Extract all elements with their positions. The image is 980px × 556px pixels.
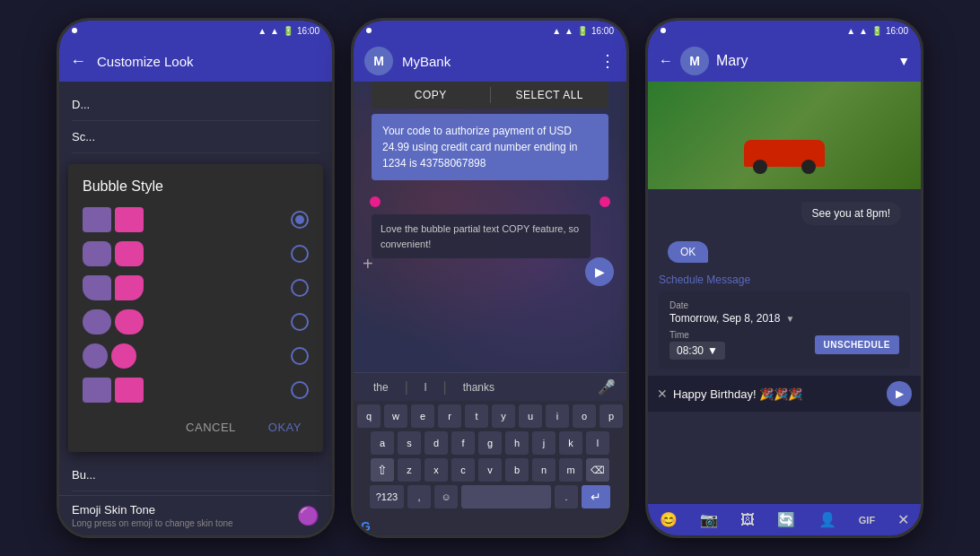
key-q[interactable]: q: [357, 404, 381, 428]
key-123[interactable]: ?123: [370, 485, 404, 508]
key-delete[interactable]: ⌫: [586, 458, 609, 482]
bubble-right-4: [115, 309, 144, 334]
settings-item-sc: Sc...: [72, 121, 319, 153]
date-dropdown-icon[interactable]: ▼: [785, 314, 794, 324]
time-label-text: Time: [669, 330, 725, 340]
gif-toolbar-icon[interactable]: GIF: [859, 515, 875, 526]
key-e[interactable]: e: [411, 404, 434, 428]
key-d[interactable]: d: [424, 431, 448, 455]
compose-x-button[interactable]: ✕: [657, 387, 668, 401]
emoji-skin-section: Emoji Skin Tone Long press on emoji to c…: [72, 503, 290, 528]
bubble-row-5[interactable]: [83, 343, 309, 369]
key-period[interactable]: .: [555, 485, 578, 508]
ok-bubble: OK: [668, 241, 708, 263]
key-i[interactable]: i: [546, 404, 569, 428]
select-all-button[interactable]: SELECT ALL: [491, 82, 609, 109]
copy-button[interactable]: COPY: [372, 82, 490, 109]
bubble-row-2[interactable]: [83, 241, 309, 266]
bubble-pair-5: [83, 343, 291, 369]
bubble-left-1: [83, 207, 111, 232]
back-button-1[interactable]: ←: [70, 52, 86, 71]
unschedule-button[interactable]: UNSCHEDULE: [815, 335, 899, 354]
time-value: 08:30: [677, 344, 704, 357]
key-comma[interactable]: ,: [407, 485, 431, 508]
key-o[interactable]: o: [573, 404, 596, 428]
close-toolbar-icon[interactable]: ✕: [897, 511, 909, 528]
compose-text[interactable]: Happy Birthday! 🎉🎉🎉: [673, 387, 881, 401]
more-menu-icon[interactable]: ⋮: [599, 51, 616, 71]
wifi-icon-2: ▲: [552, 26, 561, 36]
key-x[interactable]: x: [424, 458, 448, 482]
key-k[interactable]: k: [559, 431, 582, 455]
send-button-2[interactable]: ▶: [585, 257, 614, 286]
time-input[interactable]: 08:30 ▼: [669, 342, 725, 360]
key-t[interactable]: t: [465, 404, 488, 428]
camera-toolbar-icon[interactable]: 📷: [700, 511, 718, 528]
key-emoji[interactable]: ☺: [434, 485, 458, 508]
key-m[interactable]: m: [559, 458, 582, 482]
key-enter[interactable]: ↵: [582, 485, 610, 508]
bubble-row-1[interactable]: [83, 207, 309, 232]
bubble-left-5: [83, 343, 108, 369]
emoji-toolbar-icon[interactable]: 😊: [660, 511, 678, 528]
bank-name: MyBank: [402, 54, 599, 69]
bank-avatar: M: [364, 47, 393, 75]
radio-3[interactable]: [291, 279, 309, 297]
radio-6[interactable]: [291, 381, 309, 399]
key-space[interactable]: [461, 485, 551, 508]
status-bar-1: ▲ ▲ 🔋 16:00: [59, 21, 332, 40]
key-f[interactable]: f: [451, 431, 475, 455]
key-s[interactable]: s: [398, 431, 421, 455]
wheel-right: [801, 160, 816, 174]
key-n[interactable]: n: [532, 458, 556, 482]
key-v[interactable]: v: [478, 458, 502, 482]
selection-handle-left: [370, 196, 381, 207]
key-shift[interactable]: ⇧: [371, 458, 394, 482]
bubble-right-6: [115, 378, 144, 403]
dropdown-icon[interactable]: ▼: [897, 54, 910, 68]
suggestion-1[interactable]: the: [364, 381, 398, 394]
radio-2[interactable]: [291, 245, 309, 263]
key-c[interactable]: c: [451, 458, 475, 482]
contact-toolbar-icon[interactable]: 👤: [818, 511, 836, 528]
bubble-left-2: [83, 241, 111, 266]
ok-message-text: OK: [680, 246, 696, 258]
carrier-icons-3: [661, 28, 666, 33]
radio-4[interactable]: [291, 313, 309, 331]
key-h[interactable]: h: [505, 431, 529, 455]
key-j[interactable]: j: [532, 431, 556, 455]
key-y[interactable]: y: [492, 404, 515, 428]
key-g[interactable]: g: [478, 431, 502, 455]
okay-button[interactable]: OKAY: [261, 417, 309, 438]
mic-icon[interactable]: 🎤: [598, 378, 616, 395]
time-label: Time 08:30 ▼: [669, 330, 725, 360]
history-toolbar-icon[interactable]: 🔄: [777, 511, 795, 528]
key-u[interactable]: u: [519, 404, 542, 428]
key-r[interactable]: r: [438, 404, 461, 428]
bubble-row-6[interactable]: [83, 378, 309, 403]
google-row: G: [354, 517, 626, 535]
emoji-sub: Long press on emoji to change skin tone: [72, 518, 290, 528]
back-button-3[interactable]: ←: [659, 53, 673, 69]
bubble-row-4[interactable]: [83, 309, 309, 334]
radio-5[interactable]: [291, 347, 309, 365]
reply-message-text: Love the bubble partial text COPY featur…: [381, 223, 579, 249]
compose-send-button[interactable]: ▶: [887, 381, 912, 406]
send-button-area[interactable]: ▶: [585, 257, 614, 286]
suggestion-2[interactable]: l: [416, 381, 436, 394]
key-a[interactable]: a: [371, 431, 394, 455]
key-b[interactable]: b: [505, 458, 529, 482]
gallery-toolbar-icon[interactable]: 🖼: [740, 512, 755, 528]
key-w[interactable]: w: [384, 404, 407, 428]
radio-1[interactable]: [291, 211, 309, 229]
add-icon[interactable]: +: [363, 254, 373, 274]
key-z[interactable]: z: [398, 458, 421, 482]
time-dropdown-icon[interactable]: ▼: [707, 344, 718, 357]
contact-avatar: M: [680, 47, 709, 75]
cancel-button[interactable]: CANCEL: [179, 417, 243, 438]
item-title-d: D...: [72, 98, 319, 111]
key-l[interactable]: l: [586, 431, 609, 455]
bubble-row-3[interactable]: [83, 275, 309, 300]
suggestion-3[interactable]: thanks: [454, 381, 503, 394]
key-p[interactable]: p: [599, 404, 623, 428]
